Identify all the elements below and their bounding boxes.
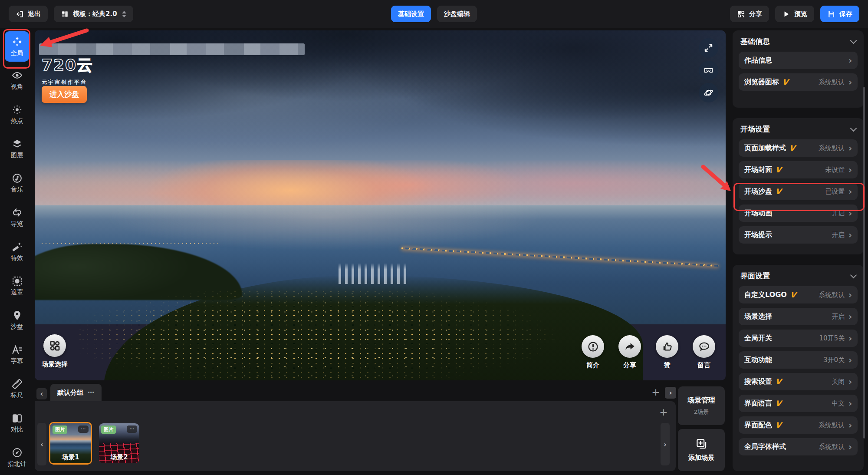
- sidebar-item-tour[interactable]: 导览: [3, 205, 30, 230]
- scene-select-button[interactable]: 场景选择: [35, 334, 75, 369]
- row-search-settings[interactable]: 搜索设置 V 关闭 ›: [739, 373, 858, 390]
- tab-sandbox-edit[interactable]: 沙盘编辑: [437, 6, 477, 22]
- row-global-switches[interactable]: 全局开关 10开5关 ›: [739, 330, 858, 347]
- qr-share-icon: [737, 10, 745, 18]
- sidebar-item-music[interactable]: 音乐: [3, 170, 30, 195]
- blurred-watermark-bar: [39, 43, 305, 55]
- comment-bubble-icon: [693, 335, 715, 358]
- group-more-icon[interactable]: ⋯: [88, 389, 95, 396]
- fullscreen-button[interactable]: [699, 38, 718, 58]
- compass-icon: [12, 447, 23, 458]
- panorama-canvas[interactable]: 720云 元宇宙创作平台 进入沙盘 场景选择 简介: [35, 30, 726, 380]
- vip-icon: V: [775, 399, 782, 408]
- row-custom-logo[interactable]: 自定义LOGO V 系统默认 ›: [739, 286, 858, 303]
- gyroscope-button[interactable]: [699, 83, 718, 102]
- sidebar-item-effects[interactable]: 特效: [3, 239, 30, 264]
- scene-thumbnail-2[interactable]: 图片 ⋯ 场景2: [99, 423, 139, 463]
- share-action-button[interactable]: 分享: [612, 335, 647, 369]
- chevron-right-icon: ›: [848, 443, 852, 451]
- chevron-right-icon: ›: [848, 188, 852, 196]
- scene-group-tab[interactable]: 默认分组 ⋯: [50, 384, 102, 401]
- info-icon: [582, 335, 604, 358]
- scene-count: 2场景: [694, 408, 709, 416]
- tour-loop-icon: [12, 207, 23, 218]
- chevron-right-icon: ›: [848, 378, 852, 386]
- top-bar: 退出 模板：经典2.0 基础设置 沙盘编辑 分享 预览 保存: [0, 0, 868, 28]
- play-icon: [782, 10, 790, 18]
- enter-sandbox-button[interactable]: 进入沙盘: [42, 86, 87, 103]
- vip-icon: V: [775, 377, 782, 386]
- sidebar-item-hotspot[interactable]: 热点: [3, 102, 30, 127]
- logo-title: 720云: [42, 55, 93, 76]
- thumbnails-scroll-left-button[interactable]: ‹: [37, 423, 46, 465]
- sidebar-item-ruler[interactable]: 标尺: [3, 376, 30, 401]
- share-button[interactable]: 分享: [730, 6, 769, 22]
- chevron-right-icon: ›: [848, 334, 852, 343]
- section-header-opening-settings[interactable]: 开场设置: [733, 124, 864, 139]
- add-scene-icon: [696, 438, 707, 450]
- thumbnails-scroll-right-button[interactable]: ›: [661, 423, 670, 465]
- row-global-font-style[interactable]: 全局字体样式 系统默认 ›: [739, 438, 858, 455]
- section-header-basic-info[interactable]: 基础信息: [733, 36, 864, 52]
- expand-icon: [704, 43, 713, 53]
- scene-thumbnail-1[interactable]: 图片 ⋯ 场景1: [49, 422, 92, 465]
- vip-icon: V: [789, 144, 796, 152]
- add-scene-button[interactable]: 添加场景: [678, 429, 725, 471]
- sidebar-item-subtitles[interactable]: 字幕: [3, 342, 30, 367]
- row-browser-icon[interactable]: 浏览器图标 V 系统默认 ›: [739, 73, 858, 91]
- sidebar-item-compass[interactable]: 指北针: [3, 445, 30, 470]
- ruler-icon: [12, 379, 23, 389]
- scene-manager-button[interactable]: 场景管理 2场景: [678, 386, 725, 425]
- chevron-right-icon: ›: [848, 78, 852, 86]
- music-icon: [12, 173, 23, 184]
- tab-basic-settings[interactable]: 基础设置: [391, 6, 431, 22]
- section-header-interface-settings[interactable]: 界面设置: [733, 271, 864, 286]
- save-button[interactable]: 保存: [820, 6, 859, 22]
- scene-more-icon[interactable]: ⋯: [127, 426, 137, 433]
- sidebar-item-mask[interactable]: 遮罩: [3, 273, 30, 298]
- row-interface-language[interactable]: 界面语言 V 中文 ›: [739, 395, 858, 412]
- add-group-button[interactable]: +: [650, 386, 661, 398]
- row-page-loading-style[interactable]: 页面加载样式 V 系统默认 ›: [739, 139, 858, 157]
- exit-button[interactable]: 退出: [9, 6, 48, 22]
- global-icon: [12, 36, 23, 47]
- template-selector[interactable]: 模板：经典2.0: [54, 6, 133, 22]
- like-button[interactable]: 赞: [650, 335, 684, 369]
- chevron-right-icon: ›: [848, 291, 852, 299]
- sort-arrows-icon: [122, 11, 126, 17]
- sidebar-item-sandbox[interactable]: 沙盘: [3, 307, 30, 333]
- intro-button[interactable]: 简介: [575, 335, 610, 369]
- row-opening-tip[interactable]: 开场提示 开启 ›: [739, 226, 858, 244]
- exit-icon: [16, 10, 24, 18]
- row-opening-cover[interactable]: 开场封面 V 未设置 ›: [739, 161, 858, 178]
- row-artwork-info[interactable]: 作品信息 ›: [739, 52, 858, 69]
- vr-mode-button[interactable]: [699, 61, 718, 80]
- layers-icon: [12, 139, 23, 149]
- comment-button[interactable]: 留言: [687, 335, 721, 369]
- vip-icon: V: [782, 78, 789, 86]
- collapse-scene-bar-button[interactable]: ‹: [36, 388, 47, 399]
- group-scroll-right-button[interactable]: ›: [665, 387, 676, 399]
- logo-subtitle: 元宇宙创作平台: [42, 79, 93, 86]
- row-scene-selection[interactable]: 场景选择 开启 ›: [739, 308, 858, 325]
- chevron-right-icon: ›: [848, 421, 852, 429]
- chevron-right-icon: ›: [848, 356, 852, 364]
- scene-more-icon[interactable]: ⋯: [78, 426, 89, 433]
- preview-button[interactable]: 预览: [775, 6, 814, 22]
- settings-scrollbar[interactable]: [863, 87, 865, 439]
- row-interactive-features[interactable]: 互动功能 3开0关 ›: [739, 351, 858, 369]
- compare-icon: [12, 413, 23, 424]
- panorama-shore-lights: [42, 243, 221, 244]
- sidebar-item-global[interactable]: 全局: [5, 31, 29, 62]
- sidebar-item-layers[interactable]: 图层: [3, 136, 30, 161]
- chevron-down-icon: [850, 272, 857, 279]
- row-opening-animation[interactable]: 开场动画 开启 ›: [739, 205, 858, 222]
- gyro-planet-icon: [704, 88, 713, 98]
- add-scene-quick-button[interactable]: +: [658, 406, 669, 418]
- sidebar-item-view[interactable]: 视角: [3, 67, 30, 92]
- row-interface-colors[interactable]: 界面配色 V 系统默认 ›: [739, 416, 858, 434]
- sidebar-item-compare[interactable]: 对比: [3, 410, 30, 435]
- app-window: 退出 模板：经典2.0 基础设置 沙盘编辑 分享 预览 保存: [0, 0, 868, 475]
- row-opening-sandbox[interactable]: 开场沙盘 V 已设置 ›: [739, 183, 858, 200]
- mask-icon: [12, 276, 23, 287]
